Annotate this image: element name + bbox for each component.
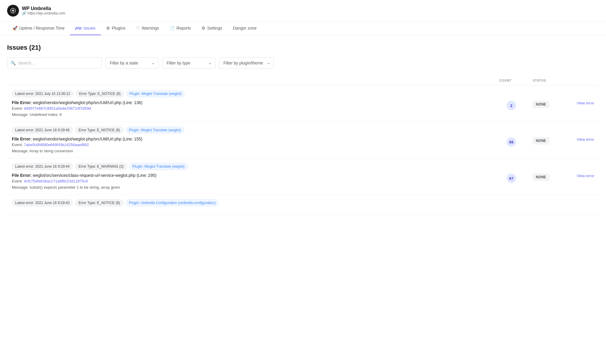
issue-file: File Error: weglot/vendor/weglot/weglot-…	[12, 100, 499, 105]
gear-icon: ⚙	[202, 26, 205, 30]
filter-plugin-wrapper: Filter by plugin/theme	[219, 57, 274, 69]
latest-error-tag: Latest error: 2021 June 16 9:29:43	[12, 199, 73, 206]
nav-item-issues[interactable]: php Issues	[70, 22, 101, 35]
issue-row-inner: File Error: weglot/src/services/class-re…	[12, 173, 594, 190]
app-name: WP Umbrella	[22, 6, 65, 11]
view-error-button[interactable]: View error	[577, 137, 594, 142]
issue-count-col: 67	[499, 173, 523, 183]
issue-tags: Latest error: 2021 July 10 13:36:12 Erro…	[12, 90, 594, 97]
col-header-action	[559, 79, 594, 82]
count-badge: 67	[507, 174, 516, 183]
issue-event: Event: 7abe0c8f4890e669f43b14256aaef882	[12, 143, 499, 147]
plugin-tag: Plugin: Weglot Translate (weglot)	[126, 127, 184, 134]
issue-event: Event: d4d077e667c9451a0a4e336714f7d59d	[12, 106, 499, 111]
issue-action-col: View error	[559, 173, 594, 178]
table-row: Latest error: 2021 June 16 9:29:46 Error…	[7, 122, 599, 158]
status-badge: NONE	[533, 137, 549, 144]
php-icon: php	[75, 26, 82, 30]
search-wrapper: 🔍	[7, 57, 102, 69]
error-type-tag: Error Type: E_NOTICE (8)	[75, 199, 123, 206]
plugin-tag: Plugin: Weglot Translate (weglot)	[126, 90, 185, 97]
issue-count-col: 68	[499, 137, 523, 147]
issue-count-col: 2	[499, 100, 523, 110]
file-error-label: File Error:	[12, 137, 32, 141]
latest-error-tag: Latest error: 2021 June 16 9:29:44	[12, 163, 73, 170]
error-type-tag: Error Type: E_NOTICE (8)	[76, 90, 124, 97]
app-url: 🔗 https://wp-umbrella.com	[22, 11, 65, 15]
nav-item-warnings[interactable]: ♡ Warnings	[131, 22, 165, 35]
event-label: Event:	[12, 179, 24, 183]
issue-row-inner: File Error: weglot/vendor/weglot/weglot-…	[12, 100, 594, 117]
filter-type-select[interactable]: Filter by type	[162, 57, 215, 69]
plugins-icon: ⚙	[106, 26, 110, 30]
col-header-details	[12, 79, 491, 82]
view-error-button[interactable]: View error	[577, 101, 594, 105]
file-path: weglot/vendor/weglot/weglot-php/src/Util…	[33, 100, 142, 105]
issue-file: File Error: weglot/src/services/class-re…	[12, 173, 499, 178]
status-badge: NONE	[533, 174, 549, 181]
issue-details: File Error: weglot/vendor/weglot/weglot-…	[12, 137, 499, 153]
issue-row-inner: File Error: weglot/vendor/weglot/weglot-…	[12, 137, 594, 153]
issue-message: Message: Undefined index: fr	[12, 112, 499, 117]
table-header: COUNT STATUS	[7, 76, 599, 85]
filter-plugin-select[interactable]: Filter by plugin/theme	[219, 57, 274, 69]
file-error-label: File Error:	[12, 173, 32, 178]
event-label: Event:	[12, 106, 24, 111]
page-title: Issues (21)	[7, 44, 599, 51]
nav-item-uptime[interactable]: 🚀 Uptime / Response Time	[7, 22, 70, 35]
table-row: Latest error: 2021 June 16 9:29:43 Error…	[7, 195, 599, 214]
issue-event: Event: 4cfc75dfa63bac171a8f8c23d11875c6	[12, 179, 499, 183]
issue-details: File Error: weglot/src/services/class-re…	[12, 173, 499, 190]
issue-tags: Latest error: 2021 June 16 9:29:44 Error…	[12, 163, 594, 170]
event-hash: 7abe0c8f4890e669f43b14256aaef882	[24, 143, 89, 147]
issues-list: Latest error: 2021 July 10 13:36:12 Erro…	[7, 85, 599, 214]
logo-icon	[7, 5, 19, 17]
logo-text: WP Umbrella 🔗 https://wp-umbrella.com	[22, 6, 65, 15]
col-header-count: COUNT	[491, 79, 520, 82]
filter-state-select[interactable]: Filter by a state	[105, 57, 159, 69]
plugin-tag: Plugin: Weglot Translate (weglot)	[129, 163, 188, 170]
plugin-tag: Plugin: Umbrella Configuration (umbrella…	[126, 199, 219, 206]
nav-item-settings[interactable]: ⚙ Settings	[196, 22, 228, 35]
issue-status-col: NONE	[523, 100, 559, 108]
issue-status-col: NONE	[523, 137, 559, 144]
latest-error-tag: Latest error: 2021 July 10 13:36:12	[12, 90, 73, 97]
heart-icon: ♡	[136, 26, 140, 30]
file-path: weglot/vendor/weglot/weglot-php/src/Util…	[33, 137, 142, 141]
event-label: Event:	[12, 143, 24, 147]
link-icon: 🔗	[22, 11, 26, 15]
issue-tags: Latest error: 2021 June 16 9:29:43 Error…	[12, 199, 594, 206]
report-icon: 📄	[170, 26, 175, 30]
event-hash: d4d077e667c9451a0a4e336714f7d59d	[24, 106, 91, 111]
count-badge: 68	[507, 137, 516, 147]
table-row: Latest error: 2021 July 10 13:36:12 Erro…	[7, 85, 599, 122]
issue-message: Message: substr() expects parameter 1 to…	[12, 185, 499, 190]
issue-action-col: View error	[559, 137, 594, 142]
issue-file: File Error: weglot/vendor/weglot/weglot-…	[12, 137, 499, 141]
nav-item-dangerzone[interactable]: Danger zone	[228, 22, 262, 35]
file-error-label: File Error:	[12, 100, 32, 105]
filter-state-wrapper: Filter by a state	[105, 57, 159, 69]
col-header-status: STATUS	[520, 79, 559, 82]
logo-area: WP Umbrella 🔗 https://wp-umbrella.com	[7, 5, 65, 17]
search-icon: 🔍	[11, 61, 16, 65]
issue-details: File Error: weglot/vendor/weglot/weglot-…	[12, 100, 499, 117]
nav-item-reports[interactable]: 📄 Reports	[164, 22, 196, 35]
svg-point-0	[12, 10, 14, 12]
issue-status-col: NONE	[523, 173, 559, 181]
file-path: weglot/src/services/class-request-url-se…	[33, 173, 157, 178]
nav: 🚀 Uptime / Response Time php Issues ⚙ Pl…	[0, 22, 606, 35]
error-type-tag: Error Type: E_NOTICE (8)	[75, 127, 123, 134]
count-badge: 2	[507, 101, 516, 110]
nav-item-plugins[interactable]: ⚙ Plugins	[101, 22, 131, 35]
table-row: Latest error: 2021 June 16 9:29:44 Error…	[7, 158, 599, 195]
status-badge: NONE	[533, 101, 549, 108]
filters-bar: 🔍 Filter by a state Filter by type Filte…	[7, 57, 599, 69]
view-error-button[interactable]: View error	[577, 174, 594, 178]
main-content: Issues (21) 🔍 Filter by a state Filter b…	[0, 35, 606, 223]
latest-error-tag: Latest error: 2021 June 16 9:29:46	[12, 127, 73, 134]
issue-tags: Latest error: 2021 June 16 9:29:46 Error…	[12, 127, 594, 134]
error-type-tag: Error Type: E_WARNING (2)	[75, 163, 127, 170]
search-input[interactable]	[7, 57, 102, 69]
issue-action-col: View error	[559, 100, 594, 105]
